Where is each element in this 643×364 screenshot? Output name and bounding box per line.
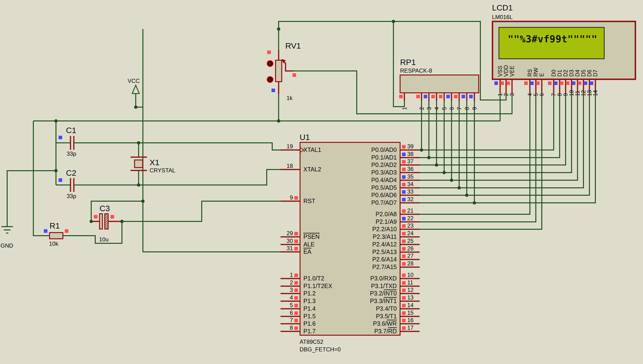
- u1-pin-number: 6: [290, 310, 293, 316]
- u1-pin-number: 10: [407, 272, 414, 278]
- u1-pin-label: P3.7/RD: [374, 328, 397, 334]
- rp1-pin-state-indicator: [399, 95, 403, 98]
- u1-pin-state-indicator: [294, 240, 298, 243]
- u1-pin-label: P1.3: [303, 298, 316, 304]
- rv1-state-indicator: [267, 50, 271, 54]
- wire-junction: [442, 171, 446, 174]
- u1-pin-label: P3.6/WR: [373, 320, 397, 327]
- u1-pin-number: 33: [407, 188, 414, 195]
- u1-pin-number: 35: [407, 173, 414, 180]
- u1-pin-state-indicator: [402, 319, 406, 322]
- u1-pin-label: P2.1/A9: [376, 218, 397, 225]
- r1-state-indicator: [44, 229, 47, 233]
- c1-state-indicator: [59, 136, 62, 139]
- lcd-pin-label: RW: [533, 68, 539, 77]
- capacitor-c3[interactable]: C3 10u: [91, 204, 122, 242]
- u1-pin-number: 7: [290, 317, 293, 323]
- u1-pin-number: 30: [287, 238, 293, 244]
- u1-pin-number: 13: [407, 294, 414, 301]
- u1-pin-number: 29: [287, 230, 293, 236]
- u1-pin-number: 25: [407, 238, 414, 244]
- lcd-pin-label: RS: [527, 69, 533, 77]
- wire-junction: [134, 106, 137, 109]
- lcd-pin-label: VEE: [509, 66, 515, 77]
- c2-ref: C2: [66, 168, 76, 177]
- capacitor-c1[interactable]: C1 33p: [59, 126, 76, 157]
- lcd-pin-number: 6: [539, 93, 545, 96]
- gnd-symbol[interactable]: GND: [1, 227, 13, 249]
- vcc-arrow-icon: [132, 85, 139, 94]
- u1-pin-label: P0.6/AD6: [371, 192, 397, 198]
- rp1-pin-number: 2: [419, 107, 425, 110]
- u1-pin-number: 37: [407, 158, 414, 164]
- u1-pin-state-indicator: [294, 196, 298, 200]
- u1-pin-label: PSEN: [303, 233, 320, 240]
- u1-note: DBG_FETCH=0: [300, 346, 341, 352]
- u1-pin-number: 24: [407, 230, 414, 236]
- lcd-pin-number: 11: [574, 90, 581, 96]
- rp1-pin-state-indicator: [431, 95, 435, 98]
- wire: [420, 93, 560, 158]
- u1-pin-state-indicator: [402, 145, 406, 148]
- wire: [122, 201, 281, 222]
- r1-value: 10k: [49, 240, 59, 247]
- u1-pin-label: P2.7/A15: [372, 264, 397, 270]
- u1-ref: U1: [300, 132, 310, 142]
- lcd-pin-state-indicator: [500, 82, 504, 85]
- lcd-pin-state-indicator: [494, 82, 498, 85]
- rp1-pin-number: 4: [434, 107, 440, 110]
- rp1-pin-state-indicator: [416, 95, 420, 98]
- u1-pin-number: 28: [407, 260, 414, 267]
- c1-value: 33p: [67, 150, 76, 157]
- vcc-label: VCC: [128, 78, 140, 84]
- lcd-pin-number: 10: [568, 90, 575, 96]
- vcc-power-symbol[interactable]: VCC: [128, 78, 140, 94]
- lcd-lcd1[interactable]: LCD1 LM016L ""%3#vf99t""""" VSS1VDD2VEE3…: [492, 3, 635, 96]
- resistor-r1[interactable]: R1 10k: [44, 221, 68, 247]
- u1-pin-label: P1.0/T2: [303, 275, 324, 282]
- rp1-model: RESPACK-8: [400, 67, 432, 74]
- lcd-pin-label: D0: [551, 70, 557, 77]
- lcd-pin-number: 8: [556, 93, 563, 96]
- mcu-u1[interactable]: U1 AT89C52 DBG_FETCH=0 19XTAL118XTAL29RS…: [281, 132, 420, 352]
- u1-pin-state-indicator: [402, 160, 406, 164]
- u1-pin-label: P2.6/A14: [372, 256, 397, 262]
- rp1-pin-number: 9: [471, 107, 478, 110]
- u1-pin-state-indicator: [402, 296, 406, 300]
- capacitor-c2[interactable]: C2 33p: [59, 168, 76, 199]
- u1-pin-label: EA: [303, 248, 312, 255]
- rp1-pins: 123456789: [399, 93, 478, 110]
- wire: [143, 29, 281, 252]
- u1-pin-state-indicator: [402, 209, 406, 213]
- u1-pin-state-indicator: [402, 232, 406, 236]
- u1-pin-number: 34: [407, 181, 414, 187]
- u1-pin-number: 9: [290, 194, 293, 201]
- rv1-body: [276, 60, 282, 82]
- crystal-x1[interactable]: X1 CRYSTAL: [131, 157, 175, 174]
- wire: [420, 93, 571, 172]
- u1-pin-number: 18: [287, 162, 293, 169]
- u1-pin-number: 36: [407, 166, 414, 172]
- rp1-pin-number: 1: [401, 107, 408, 110]
- u1-pin-state-indicator: [402, 183, 406, 186]
- u1-pin-label: P0.5/AD5: [371, 184, 397, 191]
- lcd-pin-number: 14: [592, 90, 598, 96]
- lcd-pin-state-indicator: [590, 82, 593, 85]
- lcd-pin-state-indicator: [554, 82, 557, 85]
- u1-pin-number: 16: [407, 317, 414, 323]
- u1-pin-state-indicator: [294, 304, 298, 307]
- u1-model: AT89C52: [300, 338, 323, 345]
- lcd-pin-state-indicator: [548, 82, 551, 85]
- rp1-pin-state-indicator: [439, 95, 442, 98]
- lcd-pin-label: VDD: [503, 65, 509, 77]
- u1-pin-label: RST: [303, 198, 315, 204]
- u1-pin-label: XTAL1: [303, 146, 321, 153]
- lcd-pin-number: 2: [503, 93, 509, 96]
- lcd-model: LM016L: [492, 14, 513, 20]
- u1-pin-number: 38: [407, 151, 414, 157]
- u1-pin-state-indicator: [402, 247, 406, 251]
- u1-pin-state-indicator: [294, 288, 298, 292]
- u1-pin-label: P2.5/A13: [372, 248, 397, 255]
- schematic-canvas: VCC GND C1 33p C2 33p X1 CRYSTAL R1 10k: [0, 0, 643, 364]
- wire: [136, 94, 143, 107]
